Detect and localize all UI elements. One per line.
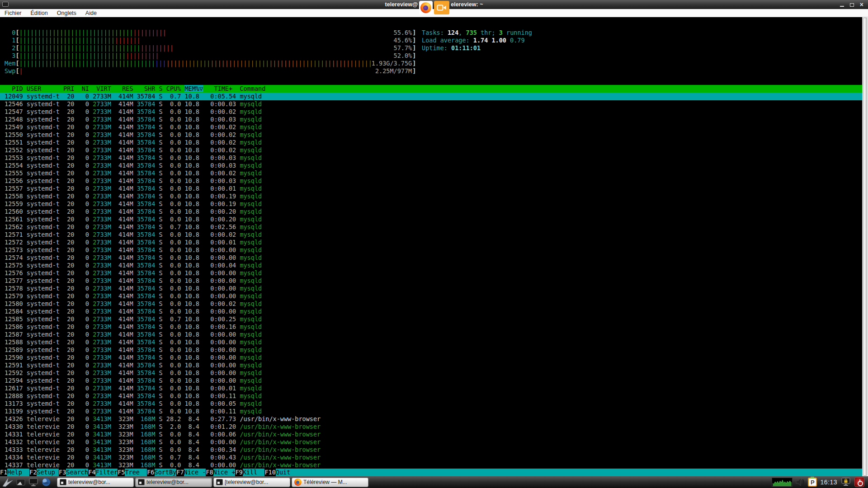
process-row-12586[interactable]: 12586 systemd-t 20 0 2733M 414M 35784 S … bbox=[0, 323, 868, 331]
process-row-12555[interactable]: 12555 systemd-t 20 0 2733M 414M 35784 S … bbox=[0, 169, 868, 177]
logout-power-icon[interactable] bbox=[854, 477, 864, 487]
clipboard-manager-icon[interactable]: P bbox=[808, 478, 817, 487]
volume-icon[interactable] bbox=[796, 478, 805, 486]
column-header-s[interactable]: S bbox=[159, 85, 162, 92]
process-row-12557[interactable]: 12557 systemd-t 20 0 2733M 414M 35784 S … bbox=[0, 185, 868, 192]
camera-overlay-icon[interactable] bbox=[434, 1, 449, 14]
fnkey-f9[interactable]: F9 bbox=[235, 469, 242, 476]
process-row-12579[interactable]: 12579 systemd-t 20 0 2733M 414M 35784 S … bbox=[0, 292, 868, 300]
column-header-cpu%[interactable]: CPU% bbox=[166, 85, 181, 92]
fnkey-f7-label[interactable]: Nice - bbox=[184, 469, 206, 476]
process-row-12552[interactable]: 12552 systemd-t 20 0 2733M 414M 35784 S … bbox=[0, 146, 868, 154]
scrollbar-thumb[interactable] bbox=[863, 18, 867, 476]
fnkey-f2[interactable]: F2 bbox=[29, 469, 37, 476]
process-row-12580[interactable]: 12580 systemd-t 20 0 2733M 414M 35784 S … bbox=[0, 300, 868, 308]
process-row-12549[interactable]: 12549 systemd-t 20 0 2733M 414M 35784 S … bbox=[0, 123, 868, 131]
fnkey-f1[interactable]: F1 bbox=[0, 469, 7, 476]
process-row-14333[interactable]: 14333 telerevie 20 0 3413M 323M 168M S 0… bbox=[0, 446, 868, 454]
process-row-12547[interactable]: 12547 systemd-t 20 0 2733M 414M 35784 S … bbox=[0, 108, 868, 116]
process-row-12594[interactable]: 12594 systemd-t 20 0 2733M 414M 35784 S … bbox=[0, 377, 868, 385]
process-row-12574[interactable]: 12574 systemd-t 20 0 2733M 414M 35784 S … bbox=[0, 254, 868, 262]
fnkey-f1-label[interactable]: Help bbox=[7, 469, 29, 476]
column-header-shr[interactable]: SHR bbox=[137, 85, 156, 92]
process-row-13173[interactable]: 13173 systemd-t 20 0 2733M 414M 35784 S … bbox=[0, 400, 868, 408]
task-button-4[interactable]: Téléreview — M... bbox=[292, 478, 368, 487]
process-row-14332[interactable]: 14332 telerevie 20 0 3413M 323M 168M S 0… bbox=[0, 438, 868, 446]
process-row-12576[interactable]: 12576 systemd-t 20 0 2733M 414M 35784 S … bbox=[0, 269, 868, 277]
fnkey-f8[interactable]: F8 bbox=[206, 469, 213, 476]
lock-screen-icon[interactable] bbox=[840, 477, 851, 487]
process-row-12560[interactable]: 12560 systemd-t 20 0 2733M 414M 35784 S … bbox=[0, 208, 868, 216]
process-row-12550[interactable]: 12550 systemd-t 20 0 2733M 414M 35784 S … bbox=[0, 131, 868, 139]
fnkey-f9-label[interactable]: Kill bbox=[243, 469, 265, 476]
process-row-14330[interactable]: 14330 telerevie 20 0 3413M 323M 168M S 2… bbox=[0, 423, 868, 431]
minimize-button[interactable] bbox=[840, 6, 844, 7]
task-button-1[interactable]: telereview@bor... bbox=[57, 478, 134, 487]
process-row-14337[interactable]: 14337 telerevie 20 0 3413M 323M 168M S 0… bbox=[0, 461, 868, 469]
fnkey-f3-label[interactable]: Search bbox=[66, 469, 88, 476]
menu-item-fichier[interactable]: Fichier bbox=[0, 9, 26, 17]
column-header-pid[interactable]: PID bbox=[5, 85, 23, 92]
process-row-14334[interactable]: 14334 telerevie 20 0 3413M 323M 168M S 0… bbox=[0, 454, 868, 461]
terminal-scrollbar[interactable] bbox=[862, 17, 868, 476]
process-row-12888[interactable]: 12888 systemd-t 20 0 2733M 414M 35784 S … bbox=[0, 392, 868, 400]
app-menu-icon[interactable] bbox=[2, 477, 13, 487]
process-row-12588[interactable]: 12588 systemd-t 20 0 2733M 414M 35784 S … bbox=[0, 338, 868, 346]
process-row-12572[interactable]: 12572 systemd-t 20 0 2733M 414M 35784 S … bbox=[0, 239, 868, 246]
displays-icon[interactable] bbox=[28, 478, 38, 487]
firefox-overlay-icon[interactable] bbox=[419, 1, 433, 14]
process-row-13199[interactable]: 13199 systemd-t 20 0 2733M 414M 35784 S … bbox=[0, 408, 868, 415]
menu-item-onglets[interactable]: Onglets bbox=[52, 9, 81, 17]
fnkey-f6-label[interactable]: SortBy bbox=[155, 469, 177, 476]
column-header-command[interactable]: Command bbox=[240, 85, 265, 92]
menu-item-aide[interactable]: Aide bbox=[81, 9, 101, 17]
fnkey-f4-label[interactable]: Filter bbox=[95, 469, 118, 476]
process-row-12554[interactable]: 12554 systemd-t 20 0 2733M 414M 35784 S … bbox=[0, 162, 868, 169]
fnkey-f2-label[interactable]: Setup bbox=[37, 469, 59, 476]
fnkey-f7[interactable]: F7 bbox=[176, 469, 184, 476]
process-row-12587[interactable]: 12587 systemd-t 20 0 2733M 414M 35784 S … bbox=[0, 331, 868, 338]
process-row-12561[interactable]: 12561 systemd-t 20 0 2733M 414M 35784 S … bbox=[0, 216, 868, 223]
process-row-12590[interactable]: 12590 systemd-t 20 0 2733M 414M 35784 S … bbox=[0, 354, 868, 361]
process-row-12551[interactable]: 12551 systemd-t 20 0 2733M 414M 35784 S … bbox=[0, 139, 868, 146]
cpu-history-graph-icon[interactable] bbox=[772, 478, 793, 487]
process-row-12546[interactable]: 12546 systemd-t 20 0 2733M 414M 35784 S … bbox=[0, 100, 868, 108]
process-row-12592[interactable]: 12592 systemd-t 20 0 2733M 414M 35784 S … bbox=[0, 369, 868, 377]
fnkey-f5-label[interactable]: Tree bbox=[125, 469, 147, 476]
process-row-14326[interactable]: 14326 telerevie 20 0 3413M 323M 168M S 2… bbox=[0, 415, 868, 423]
fnkey-f4[interactable]: F4 bbox=[88, 469, 95, 476]
file-manager-icon[interactable] bbox=[16, 478, 25, 486]
fnkey-f10[interactable]: F10 bbox=[264, 469, 275, 476]
fnkey-f10-label[interactable]: Quit bbox=[276, 469, 298, 476]
menu-item-edition[interactable]: Édition bbox=[26, 9, 52, 17]
process-row-12556[interactable]: 12556 systemd-t 20 0 2733M 414M 35784 S … bbox=[0, 177, 868, 185]
process-row-12589[interactable]: 12589 systemd-t 20 0 2733M 414M 35784 S … bbox=[0, 346, 868, 354]
fnkey-f8-label[interactable]: Nice + bbox=[213, 469, 236, 476]
process-row-12575[interactable]: 12575 systemd-t 20 0 2733M 414M 35784 S … bbox=[0, 262, 868, 269]
process-row-14331[interactable]: 14331 telerevie 20 0 3413M 323M 168M S 0… bbox=[0, 431, 868, 438]
column-header-user[interactable]: USER bbox=[27, 85, 60, 92]
process-row-12548[interactable]: 12548 systemd-t 20 0 2733M 414M 35784 S … bbox=[0, 116, 868, 123]
process-row-12578[interactable]: 12578 systemd-t 20 0 2733M 414M 35784 S … bbox=[0, 285, 868, 292]
process-row-12558[interactable]: 12558 systemd-t 20 0 2733M 414M 35784 S … bbox=[0, 192, 868, 200]
process-row-12553[interactable]: 12553 systemd-t 20 0 2733M 414M 35784 S … bbox=[0, 154, 868, 162]
process-row-12559[interactable]: 12559 systemd-t 20 0 2733M 414M 35784 S … bbox=[0, 200, 868, 208]
close-button[interactable]: × bbox=[860, 1, 863, 8]
task-button-3[interactable]: [telereview@bor... bbox=[213, 478, 290, 487]
process-row-12577[interactable]: 12577 systemd-t 20 0 2733M 414M 35784 S … bbox=[0, 277, 868, 285]
column-header-res[interactable]: RES bbox=[115, 85, 133, 92]
maximize-button[interactable] bbox=[850, 3, 854, 7]
web-browser-icon[interactable] bbox=[42, 478, 51, 487]
process-row-12585[interactable]: 12585 systemd-t 20 0 2733M 414M 35784 S … bbox=[0, 315, 868, 323]
fnkey-f3[interactable]: F3 bbox=[59, 469, 66, 476]
process-row-12562[interactable]: 12562 systemd-t 20 0 2733M 414M 35784 S … bbox=[0, 223, 868, 231]
column-header-virt[interactable]: VIRT bbox=[93, 85, 111, 92]
process-row-12049[interactable]: 12049 systemd-t 20 0 2733M 414M 35784 S … bbox=[0, 93, 868, 100]
process-row-12571[interactable]: 12571 systemd-t 20 0 2733M 414M 35784 S … bbox=[0, 231, 868, 239]
column-header-time+[interactable]: TIME+ bbox=[203, 85, 236, 92]
process-row-12617[interactable]: 12617 systemd-t 20 0 2733M 414M 35784 S … bbox=[0, 385, 868, 392]
column-header-ni[interactable]: NI bbox=[78, 85, 89, 92]
column-header-pri[interactable]: PRI bbox=[63, 85, 74, 92]
column-header-mem%[interactable]: MEM%▽ bbox=[184, 85, 203, 92]
process-row-12591[interactable]: 12591 systemd-t 20 0 2733M 414M 35784 S … bbox=[0, 361, 868, 369]
